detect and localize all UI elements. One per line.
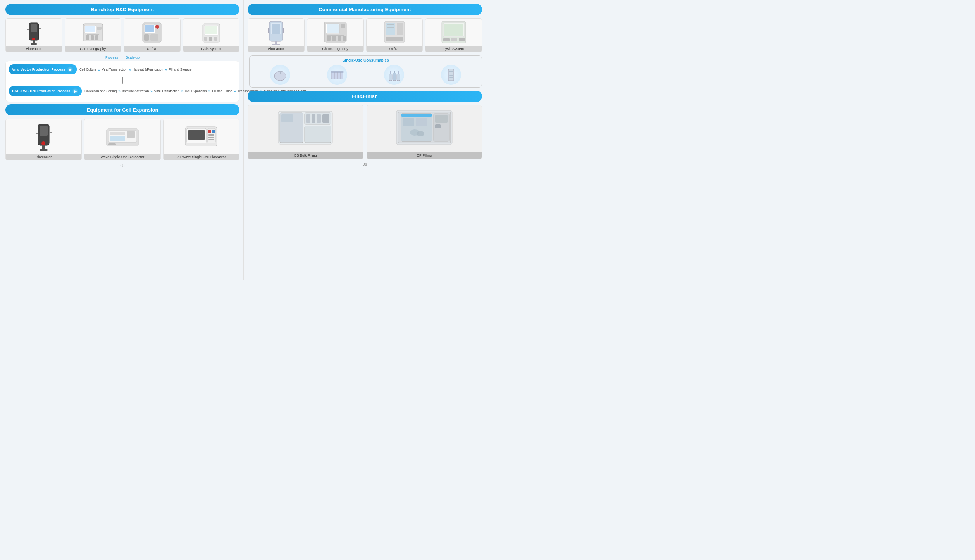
svg-rect-94 bbox=[449, 74, 453, 74]
svg-rect-26 bbox=[214, 37, 217, 41]
vv-arrow-1: » bbox=[98, 67, 101, 72]
commercial-chromatography-label: Chromatography bbox=[307, 46, 363, 52]
ct-arrow-3: » bbox=[181, 89, 184, 93]
svg-rect-110 bbox=[401, 114, 432, 117]
svg-rect-114 bbox=[435, 115, 448, 123]
svg-rect-28 bbox=[40, 126, 48, 136]
svg-rect-91 bbox=[398, 71, 399, 74]
wave-2d-card: 2D Wave Single-Use Bioreactor bbox=[163, 119, 239, 160]
consumable-bag bbox=[270, 65, 290, 85]
svg-rect-46 bbox=[208, 134, 214, 136]
svg-rect-67 bbox=[397, 23, 403, 35]
svg-rect-14 bbox=[95, 35, 98, 40]
svg-rect-90 bbox=[397, 74, 400, 81]
svg-rect-93 bbox=[449, 71, 453, 72]
ct-arrow-5: » bbox=[234, 89, 237, 93]
commercial-ufdf-img bbox=[367, 19, 423, 46]
benchtop-bioreactor-img bbox=[6, 19, 62, 46]
svg-rect-111 bbox=[403, 118, 414, 126]
svg-rect-63 bbox=[338, 36, 341, 41]
wave-2d-img bbox=[164, 119, 239, 154]
benchtop-lysis-card: Lysis System bbox=[183, 18, 240, 52]
commercial-chromatography-img bbox=[307, 19, 363, 46]
car-t-label: CAR-T/NK Cell Production Process bbox=[12, 89, 70, 93]
svg-rect-58 bbox=[327, 24, 339, 33]
svg-rect-105 bbox=[317, 114, 321, 123]
ct-step-2: Immune Activation bbox=[121, 89, 150, 93]
ct-step-1: Collection and Sorting bbox=[83, 89, 118, 93]
cell-expansion-grid: Bioreactor Wave Single-Use Bioreactor bbox=[5, 119, 239, 160]
svg-rect-6 bbox=[31, 43, 37, 45]
svg-rect-54 bbox=[275, 41, 277, 45]
svg-rect-39 bbox=[108, 143, 116, 145]
svg-rect-32 bbox=[42, 145, 45, 149]
svg-rect-88 bbox=[393, 73, 396, 81]
svg-rect-104 bbox=[312, 114, 315, 123]
benchtop-lysis-label: Lysis System bbox=[183, 46, 239, 52]
consumable-cartridge bbox=[441, 65, 461, 85]
svg-rect-23 bbox=[205, 26, 217, 34]
svg-rect-38 bbox=[110, 136, 125, 141]
svg-point-29 bbox=[41, 141, 45, 145]
viral-vector-tag: Viral Vector Production Process ▶ bbox=[9, 64, 77, 74]
vertical-line bbox=[122, 77, 123, 83]
svg-rect-96 bbox=[449, 77, 453, 78]
svg-rect-75 bbox=[443, 38, 450, 41]
ufdf-left-icon bbox=[140, 20, 164, 45]
viral-vector-row: Viral Vector Production Process ▶ Cell C… bbox=[9, 64, 236, 74]
commercial-lysis-label: Lysis System bbox=[425, 46, 482, 52]
benchtop-ufdf-card: UF/DF bbox=[124, 18, 181, 52]
svg-rect-48 bbox=[208, 139, 214, 140]
svg-rect-102 bbox=[281, 114, 293, 122]
wave-single-card: Wave Single-Use Bioreactor bbox=[84, 119, 160, 160]
cell-bioreactor-label: Bioreactor bbox=[6, 154, 81, 160]
vv-step-1: Cell Culture bbox=[78, 67, 98, 71]
svg-rect-1 bbox=[31, 24, 37, 32]
vv-step-2: Viral Transfection bbox=[101, 67, 129, 71]
benchtop-lysis-img bbox=[183, 19, 239, 46]
svg-rect-112 bbox=[416, 118, 427, 126]
svg-rect-47 bbox=[208, 137, 214, 138]
ct-arrow-1: » bbox=[118, 89, 121, 93]
process-label-row: Process Scale-up bbox=[5, 55, 239, 59]
bag-icon bbox=[273, 67, 288, 82]
wave-single-img bbox=[84, 119, 160, 154]
consumable-bottles bbox=[384, 65, 404, 85]
svg-rect-86 bbox=[389, 74, 392, 81]
commercial-bioreactor-label: Bioreactor bbox=[248, 46, 304, 52]
left-page: Benchtop R&D Equipment Bioreactor bbox=[0, 0, 244, 280]
cell-bioreactor-img bbox=[6, 119, 81, 154]
svg-rect-53 bbox=[283, 28, 284, 33]
svg-point-44 bbox=[208, 130, 211, 133]
ds-bulk-card: DS Bulk Filling bbox=[248, 105, 363, 159]
svg-point-117 bbox=[417, 131, 424, 136]
benchtop-chromatography-card: Chromatography bbox=[65, 18, 122, 52]
vline-container bbox=[9, 77, 236, 83]
right-page-num: 06 bbox=[248, 162, 482, 167]
svg-rect-59 bbox=[341, 24, 345, 28]
svg-point-2 bbox=[32, 38, 35, 41]
consumables-title: Single-Use Consumables bbox=[252, 58, 479, 62]
viral-vector-arrow: ▶ bbox=[67, 66, 74, 73]
svg-point-45 bbox=[212, 130, 215, 133]
viral-vector-section: Viral Vector Production Process ▶ Cell C… bbox=[5, 61, 239, 102]
cell-bioreactor-card: Bioreactor bbox=[5, 119, 82, 160]
scaleup-label: Scale-up bbox=[126, 55, 140, 59]
svg-rect-19 bbox=[144, 34, 149, 41]
cell-expansion-header: Equipment for Cell Expansion bbox=[5, 104, 239, 115]
lysis-left-icon bbox=[200, 20, 223, 45]
ct-step-5: Fill and Finish bbox=[211, 89, 233, 93]
svg-rect-10 bbox=[97, 27, 102, 30]
cell-bioreactor-icon bbox=[35, 122, 52, 151]
vv-step-4: Fill and Storage bbox=[167, 67, 193, 71]
dp-filling-img bbox=[367, 105, 482, 152]
svg-rect-66 bbox=[386, 23, 395, 35]
benchtop-header: Benchtop R&D Equipment bbox=[5, 4, 239, 15]
commercial-header: Commercial Manufacturing Equipment bbox=[248, 4, 482, 15]
benchtop-ufdf-label: UF/DF bbox=[124, 46, 180, 52]
benchtop-bioreactor-card: Bioreactor bbox=[5, 18, 62, 52]
vv-arrow-3: » bbox=[164, 67, 167, 72]
commercial-bioreactor-icon bbox=[266, 20, 286, 45]
car-t-tag: CAR-T/NK Cell Production Process ▶ bbox=[9, 86, 82, 96]
benchtop-chromatography-img bbox=[65, 19, 121, 46]
